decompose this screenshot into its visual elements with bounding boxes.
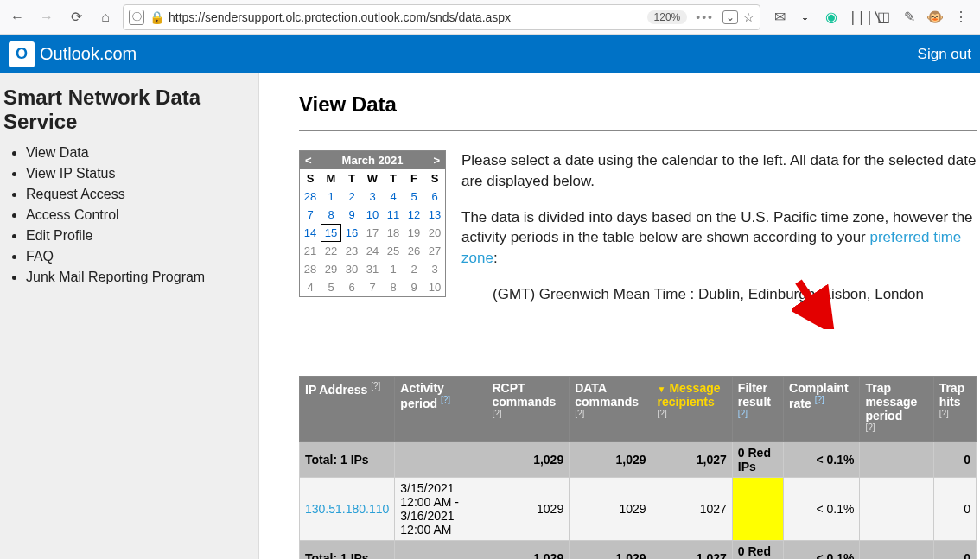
cal-day: 17 xyxy=(362,224,383,242)
forward-button[interactable]: → xyxy=(35,5,59,29)
cal-day[interactable]: 12 xyxy=(404,206,424,224)
title-divider xyxy=(299,130,977,131)
extension-icon[interactable]: 🐵 xyxy=(926,9,944,25)
th-complaint[interactable]: Complaint rate [?] xyxy=(784,376,860,442)
table-total-row-top: Total: 1 IPs 1,029 1,029 1,027 0 Red IPs… xyxy=(300,442,977,478)
cal-dow-header: W xyxy=(362,169,383,187)
cal-day: 27 xyxy=(424,242,445,260)
cal-day[interactable]: 8 xyxy=(321,206,341,224)
outlook-header: O Outlook.com Sign out xyxy=(0,35,980,73)
cell-activity: 3/15/2021 12:00 AM - 3/16/2021 12:00 AM xyxy=(395,478,487,541)
cell-trap-hits: 0 xyxy=(933,478,976,541)
page-actions-icon[interactable]: ••• xyxy=(692,10,717,24)
url-bar[interactable]: ⓘ 🔒 https://sendersupport.olc.protection… xyxy=(123,4,760,30)
site-info-icon[interactable]: ⓘ xyxy=(129,10,144,25)
reload-button[interactable]: ⟳ xyxy=(64,5,88,29)
cal-day: 23 xyxy=(341,242,362,260)
outlook-o-icon: O xyxy=(9,41,35,67)
th-data[interactable]: DATA commands [?] xyxy=(570,376,652,442)
sidebar-icon[interactable]: ◫ xyxy=(875,9,892,25)
cal-day: 8 xyxy=(383,278,404,296)
cal-day[interactable]: 13 xyxy=(424,206,445,224)
th-trap-period[interactable]: Trap message period[?] xyxy=(860,376,933,442)
cal-next-button[interactable]: > xyxy=(433,154,440,167)
th-activity[interactable]: Activity period [?] xyxy=(395,376,487,442)
sidebar-item[interactable]: Access Control xyxy=(26,205,250,226)
th-trap-hits[interactable]: Trap hits [?] xyxy=(933,376,976,442)
cal-day[interactable]: 11 xyxy=(383,206,404,224)
th-message-recipients[interactable]: ▼ Message recipients [?] xyxy=(652,376,732,442)
desc-line1: Please select a date using the calendar … xyxy=(461,150,977,192)
cal-month-label: March 2021 xyxy=(342,154,404,167)
sidebar-item[interactable]: Junk Mail Reporting Program xyxy=(26,267,250,288)
cell-msg: 1027 xyxy=(652,478,732,541)
sidebar-item[interactable]: View Data xyxy=(26,143,250,163)
menu-icon[interactable]: ⋮ xyxy=(952,9,970,25)
home-button[interactable]: ⌂ xyxy=(93,5,118,29)
outlook-logo[interactable]: O Outlook.com xyxy=(9,41,137,67)
cal-dow-header: S xyxy=(424,169,445,187)
sign-out-link[interactable]: Sign out xyxy=(918,46,971,63)
cal-day[interactable]: 10 xyxy=(362,206,383,224)
cal-day: 29 xyxy=(321,260,341,278)
eyedropper-icon[interactable]: ✎ xyxy=(900,9,918,25)
th-ip[interactable]: IP Address [?] xyxy=(300,376,395,442)
cal-dow-header: F xyxy=(404,169,424,187)
sidebar-item[interactable]: Request Access xyxy=(26,184,250,205)
cal-day: 9 xyxy=(404,278,424,296)
cal-day[interactable]: 9 xyxy=(341,206,362,224)
th-filter[interactable]: Filter result [?] xyxy=(732,376,783,442)
cal-day[interactable]: 7 xyxy=(300,206,321,224)
cal-day[interactable]: 16 xyxy=(341,224,362,242)
sidebar-item[interactable]: FAQ xyxy=(26,246,250,267)
cal-day[interactable]: 4 xyxy=(383,187,404,206)
cal-day: 21 xyxy=(300,242,321,260)
cell-data: 1029 xyxy=(570,478,652,541)
cal-day[interactable]: 1 xyxy=(321,187,341,206)
grammarly-icon[interactable]: ◉ xyxy=(823,9,840,25)
bookmark-star-icon[interactable]: ☆ xyxy=(743,10,754,24)
ip-link[interactable]: 130.51.180.110 xyxy=(305,502,389,516)
cal-day[interactable]: 3 xyxy=(362,187,383,206)
cal-day[interactable]: 6 xyxy=(424,187,445,206)
sidebar-item[interactable]: Edit Profile xyxy=(26,226,250,246)
cal-day: 26 xyxy=(404,242,424,260)
th-rcpt[interactable]: RCPT commands [?] xyxy=(487,376,570,442)
browser-toolbar: ← → ⟳ ⌂ ⓘ 🔒 https://sendersupport.olc.pr… xyxy=(0,0,980,35)
library-icon[interactable]: |||\ xyxy=(849,9,866,25)
zoom-badge[interactable]: 120% xyxy=(647,10,688,24)
cal-day: 1 xyxy=(383,260,404,278)
cal-day: 25 xyxy=(383,242,404,260)
sidebar-item[interactable]: View IP Status xyxy=(26,163,250,184)
cell-filter-highlighted xyxy=(732,478,783,541)
back-button[interactable]: ← xyxy=(5,5,29,29)
svg-line-1 xyxy=(799,282,822,316)
cal-day[interactable]: 15 xyxy=(321,224,341,242)
cell-rcpt: 1029 xyxy=(487,478,570,541)
cal-day: 30 xyxy=(341,260,362,278)
main-content: View Data < March 2021 > SMTWTFS28123456… xyxy=(259,73,980,559)
cal-prev-button[interactable]: < xyxy=(305,154,312,167)
cal-day[interactable]: 5 xyxy=(404,187,424,206)
cal-day: 19 xyxy=(404,224,424,242)
cal-day[interactable]: 14 xyxy=(300,224,321,242)
red-arrow-annotation xyxy=(792,277,835,329)
cal-day: 24 xyxy=(362,242,383,260)
cal-grid: SMTWTFS281234567891011121314151617181920… xyxy=(300,169,445,296)
description: Please select a date using the calendar … xyxy=(461,150,977,321)
cal-dow-header: T xyxy=(383,169,404,187)
cal-day: 3 xyxy=(424,260,445,278)
outlook-brand-text: Outlook.com xyxy=(40,44,137,64)
download-icon[interactable]: ⭳ xyxy=(797,9,814,25)
cal-dow-header: S xyxy=(300,169,321,187)
mail-icon[interactable]: ✉ xyxy=(771,9,788,25)
cal-dow-header: T xyxy=(341,169,362,187)
cal-day[interactable]: 28 xyxy=(300,187,321,206)
cal-day[interactable]: 2 xyxy=(341,187,362,206)
cal-day: 18 xyxy=(383,224,404,242)
sidebar-title: Smart Network Data Service xyxy=(3,86,250,134)
toolbar-right: ✉ ⭳ ◉ |||\ ◫ ✎ 🐵 ⋮ xyxy=(766,9,975,25)
pocket-icon[interactable]: ⌄ xyxy=(722,10,738,24)
desc-line2: The data is divided into days based on t… xyxy=(461,207,977,269)
timezone-display: (GMT) Greenwich Mean Time : Dublin, Edin… xyxy=(461,284,977,305)
